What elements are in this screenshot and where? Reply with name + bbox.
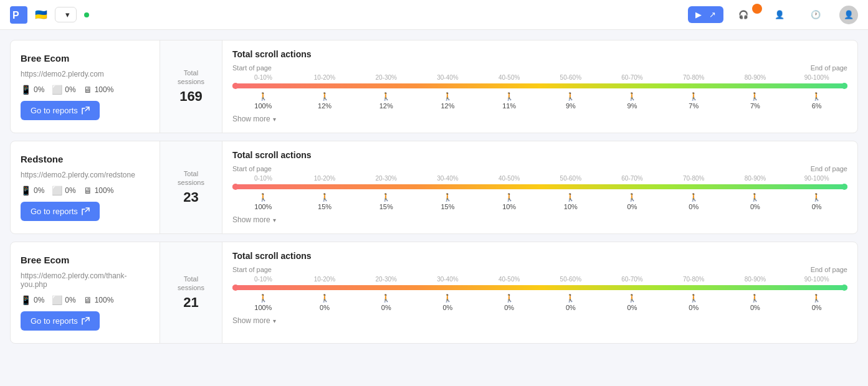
desktop-pct: 100% (95, 186, 114, 195)
scroll-value-cell: 🚶 7% (725, 92, 786, 110)
scroll-ranges: 0-10%10-20%20-30%30-40%40-50%50-60%60-70… (232, 74, 847, 81)
range-label: 0-10% (232, 74, 294, 81)
scroll-panel-1: Total scroll actions Start of page End o… (222, 141, 857, 233)
pct-value: 15% (379, 203, 393, 210)
scroll-page-labels: Start of page End of page (232, 266, 847, 273)
scroll-value-cell: 🚶 15% (294, 193, 356, 210)
goto-reports-button[interactable]: Go to reports (21, 101, 100, 120)
pct-value: 0% (750, 203, 760, 210)
date-display: 🕐 (803, 6, 832, 23)
person-icon: 🚶 (750, 193, 760, 202)
scroll-value-cell: 🚶 0% (663, 294, 725, 311)
notification-badge (752, 4, 762, 14)
goto-reports-button[interactable]: Go to reports (21, 311, 100, 331)
avatar-icon: 👤 (844, 10, 854, 19)
scroll-values: 🚶 100% 🚶 12% 🚶 12% 🚶 12% 🚶 11% 🚶 9% 🚶 (232, 92, 847, 110)
show-more-button[interactable]: Show more ▾ (232, 316, 847, 325)
progress-dot-right (841, 83, 847, 89)
range-label: 0-10% (232, 175, 294, 182)
progress-dot-left (232, 184, 239, 190)
pct-value: 0% (504, 304, 514, 311)
mobile-pct: 0% (34, 85, 44, 94)
scroll-panel-0: Total scroll actions Start of page End o… (222, 40, 857, 133)
range-label: 50-60% (540, 74, 601, 81)
video-tutorials-button[interactable]: ▶ ↗ (688, 6, 723, 23)
range-label: 40-50% (479, 175, 540, 182)
progress-dot-right (841, 184, 847, 190)
range-label: 20-30% (355, 276, 417, 283)
desktop-icon: 🖥 (83, 295, 92, 305)
range-label: 20-30% (355, 74, 417, 81)
end-label: End of page (811, 266, 847, 273)
desktop-icon: 🖥 (83, 186, 92, 195)
support-wrapper: 🎧 (731, 6, 760, 23)
person-icon: 🚶 (627, 193, 637, 202)
pct-value: 100% (254, 304, 272, 311)
sessions-label: Totalsessions (178, 169, 204, 187)
pct-value: 12% (318, 102, 331, 110)
scroll-title: Total scroll actions (232, 150, 847, 160)
plan-info (84, 12, 97, 17)
start-label: Start of page (232, 64, 272, 72)
mobile-icon: 📱 (21, 85, 31, 95)
person-icon: 🚶 (505, 193, 514, 202)
scroll-value-cell: 🚶 10% (540, 193, 601, 210)
range-label: 70-80% (663, 74, 725, 81)
domain-selector[interactable]: ▾ (55, 7, 77, 22)
user-avatar[interactable]: 👤 (839, 6, 858, 24)
person-icon: 🚶 (566, 294, 575, 303)
desktop-icon: 🖥 (83, 85, 92, 95)
person-icon: 🚶 (320, 92, 330, 101)
person-icon: 🚶 (689, 294, 699, 303)
person-icon: 🚶 (750, 294, 760, 303)
scroll-value-cell: 🚶 0% (417, 294, 479, 311)
start-label: Start of page (232, 266, 272, 273)
person-icon: 🚶 (381, 193, 391, 202)
scroll-value-cell: 🚶 12% (417, 92, 479, 110)
site-url: https://demo2.plerdy.com (21, 70, 150, 78)
tablet-device: ⬜ 0% (52, 85, 75, 95)
scroll-value-cell: 🚶 0% (786, 193, 847, 210)
scroll-value-cell: 🚶 0% (479, 294, 540, 311)
range-label: 90-100% (786, 276, 847, 283)
person-icon: 🚶 (812, 193, 821, 202)
sessions-count: 169 (179, 88, 203, 105)
show-more-label: Show more (232, 316, 270, 325)
logo-icon: P (10, 6, 27, 24)
card-2: Bree Ecom https://demo2.plerdy.com/thank… (10, 242, 858, 344)
card-0: Bree Ecom https://demo2.plerdy.com 📱 0% … (10, 40, 858, 133)
person-icon: 🚶 (259, 193, 268, 202)
tablet-icon: ⬜ (52, 186, 62, 195)
show-more-label: Show more (232, 215, 270, 224)
pct-value: 15% (441, 203, 454, 210)
scroll-value-cell: 🚶 0% (601, 294, 663, 311)
pct-value: 0% (627, 203, 637, 210)
range-label: 60-70% (601, 175, 663, 182)
invite-button[interactable]: 👤 (767, 6, 796, 23)
progress-bar (232, 83, 847, 88)
person-icon: 🚶 (627, 92, 637, 101)
scroll-title: Total scroll actions (232, 251, 847, 261)
range-label: 80-90% (725, 74, 786, 81)
range-label: 40-50% (479, 74, 540, 81)
range-label: 70-80% (663, 276, 725, 283)
pct-value: 6% (812, 102, 822, 110)
range-label: 90-100% (786, 175, 847, 182)
scroll-value-cell: 🚶 0% (786, 294, 847, 311)
person-icon: 🚶 (566, 92, 575, 101)
scroll-value-cell: 🚶 0% (725, 193, 786, 210)
range-label: 90-100% (786, 74, 847, 81)
external-link-icon (82, 207, 90, 215)
range-label: 30-40% (417, 74, 479, 81)
person-icon: 🚶 (320, 294, 330, 303)
person-icon: 🚶 (381, 92, 391, 101)
goto-reports-button[interactable]: Go to reports (21, 202, 100, 221)
tablet-pct: 0% (65, 186, 75, 195)
scroll-values: 🚶 100% 🚶 0% 🚶 0% 🚶 0% 🚶 0% 🚶 0% 🚶 0% (232, 294, 847, 311)
show-more-button[interactable]: Show more ▾ (232, 215, 847, 224)
tablet-icon: ⬜ (52, 85, 62, 95)
mobile-icon: 📱 (21, 295, 31, 305)
svg-text:P: P (12, 10, 19, 21)
card-1: Redstone https://demo2.plerdy.com/redsto… (10, 141, 858, 234)
show-more-button[interactable]: Show more ▾ (232, 115, 847, 123)
